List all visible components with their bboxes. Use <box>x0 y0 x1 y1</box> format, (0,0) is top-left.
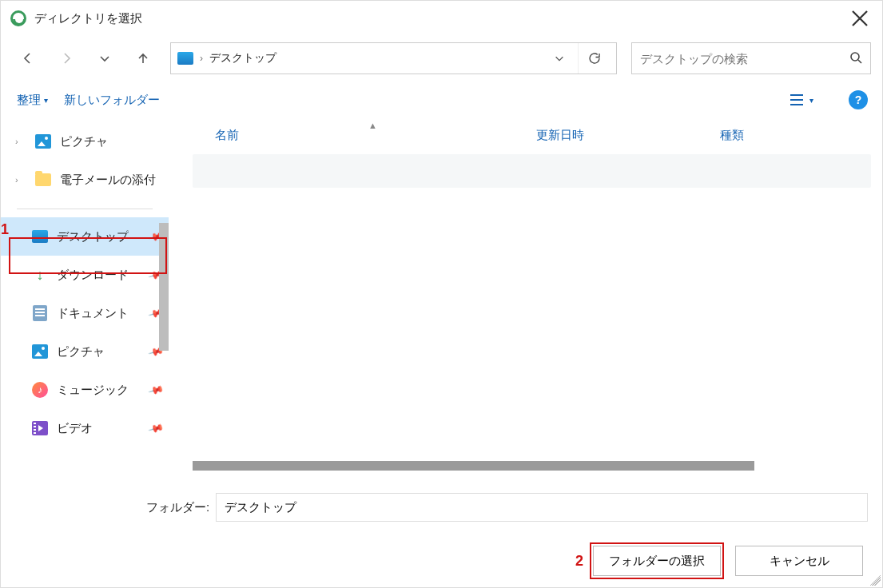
breadcrumb-sep-icon: › <box>200 53 203 64</box>
tree-item-pictures[interactable]: › ピクチャ <box>1 122 169 161</box>
close-icon[interactable] <box>850 9 869 28</box>
search-input[interactable] <box>640 52 838 66</box>
music-icon: ♪ <box>32 382 48 398</box>
sidebar-scrollbar[interactable] <box>159 223 169 351</box>
tree-label: ダウンロード <box>57 268 129 283</box>
tree-label: 電子メールの添付 <box>60 173 156 188</box>
desktop-icon <box>177 52 193 65</box>
file-list: 名前 ▲ 更新日時 種類 <box>169 119 882 471</box>
tree-item-attachments[interactable]: › 電子メールの添付 <box>1 161 169 199</box>
column-name-label: 名前 <box>215 128 239 141</box>
divider <box>17 209 153 209</box>
desktop-icon <box>32 230 48 243</box>
tree-item-videos[interactable]: ビデオ 📌 <box>1 409 169 447</box>
list-view-icon <box>789 93 805 106</box>
list-row-placeholder <box>193 154 871 188</box>
tree-item-pictures-quick[interactable]: ピクチャ 📌 <box>1 332 169 371</box>
annotation-1: 1 <box>1 221 9 238</box>
cancel-label: キャンセル <box>770 554 829 569</box>
document-icon <box>33 305 47 321</box>
column-name[interactable]: 名前 <box>193 128 536 143</box>
column-headers: 名前 ▲ 更新日時 種類 <box>193 119 871 151</box>
view-options-button[interactable]: ▾ <box>786 90 817 109</box>
horizontal-scrollbar[interactable] <box>193 461 754 471</box>
dialog-title: ディレクトリを選択 <box>34 11 142 26</box>
cancel-button[interactable]: キャンセル <box>735 546 863 576</box>
folder-icon <box>35 173 51 186</box>
address-dropdown-icon[interactable] <box>546 43 573 74</box>
caret-down-icon: ▾ <box>809 96 813 105</box>
folder-name-row: フォルダー: <box>15 493 868 522</box>
button-row: 2 フォルダーの選択 キャンセル <box>15 546 868 576</box>
refresh-button[interactable] <box>578 43 610 74</box>
tree-label: ドキュメント <box>57 306 129 321</box>
svg-point-0 <box>851 53 859 61</box>
annotation-2: 2 <box>575 553 583 570</box>
video-icon <box>32 421 48 435</box>
tree-label: デスクトップ <box>57 229 129 244</box>
search-icon[interactable] <box>838 51 862 66</box>
select-folder-label: フォルダーの選択 <box>609 554 705 569</box>
nav-row: › デスクトップ <box>1 36 882 81</box>
pictures-icon <box>32 344 48 359</box>
breadcrumb-location[interactable]: デスクトップ <box>209 51 276 66</box>
recent-locations-button[interactable] <box>89 42 121 74</box>
main-area: 1 › ピクチャ › 電子メールの添付 デスクトップ 📌 ↓ ダウンロード 📌 … <box>1 119 882 471</box>
search-box[interactable] <box>631 42 871 74</box>
chevron-right-icon[interactable]: › <box>15 175 26 185</box>
new-folder-label: 新しいフォルダー <box>64 93 160 108</box>
address-bar[interactable]: › デスクトップ <box>170 42 617 74</box>
pin-icon: 📌 <box>147 420 164 437</box>
resize-grip-icon[interactable] <box>869 574 881 586</box>
new-folder-button[interactable]: 新しいフォルダー <box>64 93 160 108</box>
sort-indicator-icon: ▲ <box>368 121 377 130</box>
organize-label: 整理 <box>17 93 41 108</box>
caret-down-icon: ▾ <box>44 96 48 105</box>
pin-icon: 📌 <box>147 382 164 399</box>
nav-tree: › ピクチャ › 電子メールの添付 デスクトップ 📌 ↓ ダウンロード 📌 ドキ… <box>1 119 169 471</box>
command-bar: 整理 ▾ 新しいフォルダー ▾ ? <box>1 81 882 119</box>
column-type[interactable]: 種類 <box>720 128 871 143</box>
titlebar: ディレクトリを選択 <box>1 1 882 36</box>
tree-item-music[interactable]: ♪ ミュージック 📌 <box>1 371 169 409</box>
column-type-label: 種類 <box>720 128 744 141</box>
pictures-icon <box>35 134 51 149</box>
tree-label: ピクチャ <box>60 134 108 149</box>
back-button[interactable] <box>12 42 44 74</box>
download-icon: ↓ <box>37 268 44 282</box>
tree-label: ビデオ <box>57 421 93 436</box>
select-folder-button[interactable]: フォルダーの選択 <box>593 546 721 576</box>
tree-item-downloads[interactable]: ↓ ダウンロード 📌 <box>1 256 169 294</box>
tree-label: ピクチャ <box>57 344 105 360</box>
forward-button[interactable] <box>50 42 82 74</box>
folder-name-input[interactable] <box>216 493 868 522</box>
up-button[interactable] <box>127 42 159 74</box>
tree-label: ミュージック <box>57 383 129 398</box>
help-button[interactable]: ? <box>849 90 868 109</box>
folder-label: フォルダー: <box>146 500 209 515</box>
bottom-panel: フォルダー: 2 フォルダーの選択 キャンセル <box>1 471 882 588</box>
tree-item-desktop[interactable]: デスクトップ 📌 <box>1 217 169 256</box>
column-date[interactable]: 更新日時 <box>536 128 720 143</box>
column-date-label: 更新日時 <box>536 128 584 141</box>
chevron-right-icon[interactable]: › <box>15 137 26 146</box>
tree-item-documents[interactable]: ドキュメント 📌 <box>1 294 169 332</box>
app-icon <box>10 10 26 26</box>
organize-menu[interactable]: 整理 ▾ <box>17 93 48 108</box>
